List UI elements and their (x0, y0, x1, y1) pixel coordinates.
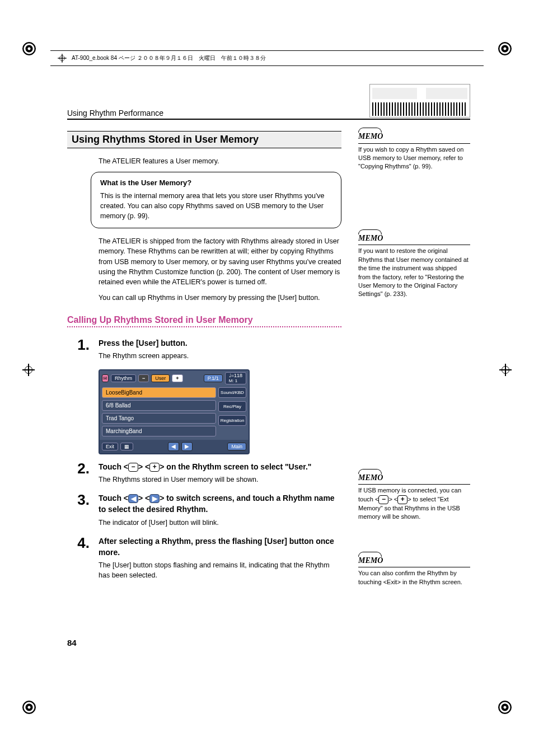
rec-play-button: Rec/Play (218, 401, 246, 412)
memo-text: If you wish to copy a Rhythm saved on US… (358, 146, 463, 170)
exit-button: Exit (102, 443, 118, 450)
registration-mark-icon (22, 42, 36, 55)
plus-icon: + (397, 495, 407, 504)
step-3: 3. Touch <◀> <▶> to switch screens, and … (67, 492, 341, 528)
rhythm-screen-figure: ✉ Rhythm − User + P.1/1 ♩=118 M: 1 Loose… (99, 369, 250, 454)
memo-label: MEMO (358, 131, 470, 144)
screen-title: Rhythm (111, 374, 136, 382)
registration-button: Registration (218, 415, 246, 426)
memo-usb: MEMO If USB memory is connected, you can… (358, 472, 470, 522)
step-body-text: The Rhythms stored in User memory will b… (99, 475, 341, 485)
list-item: 6/8 Ballad (102, 400, 216, 411)
subsection-title: Calling Up Rhythms Stored in User Memory (67, 315, 341, 325)
page-chip: P.1/1 (204, 374, 223, 382)
list-item: MarchingBand (102, 426, 216, 436)
memo-label: MEMO (358, 233, 470, 246)
sound-kbd-button: Sound/KBD (218, 387, 246, 398)
step-number: 3. (67, 492, 99, 528)
memo-text: If USB memory is connected, you can touc… (358, 487, 461, 520)
step-number: 1. (67, 337, 99, 361)
registration-mark-icon (498, 701, 512, 714)
right-arrow-icon: ▶ (149, 494, 160, 503)
step-head: Press the [User] button. (99, 337, 341, 349)
callup-paragraph: You can call up Rhythms in User memory b… (99, 293, 341, 303)
step-head: After selecting a Rhythm, press the flas… (99, 536, 341, 558)
memo-label: MEMO (358, 472, 470, 485)
memo-exit: MEMO You can also confirm the Rhythm by … (358, 555, 470, 586)
list-item: Trad Tango (102, 413, 216, 424)
intro-text: The ATELIER features a User memory. (99, 156, 341, 166)
measure-value: M: 1 (229, 378, 238, 383)
section-title: Using Rhythms Stored in User Memory (67, 131, 341, 148)
memo-text: You can also confirm the Rhythm by touch… (358, 570, 462, 585)
registration-mark-icon (498, 42, 512, 55)
left-arrow-icon: ◀ (128, 494, 138, 503)
dotted-rule (67, 326, 341, 327)
memo-label: MEMO (358, 555, 470, 568)
registration-mark-icon (22, 701, 36, 714)
minus-icon: − (378, 495, 388, 504)
minus-icon: − (138, 374, 149, 382)
registration-mark-icon (22, 364, 35, 376)
step-2: 2. Touch <−> <+> on the Rhythm screen to… (67, 461, 341, 485)
info-box-body: This is the internal memory area that le… (100, 191, 332, 221)
left-arrow-icon: ◀ (168, 442, 179, 451)
user-tab: User (151, 374, 170, 382)
print-header: AT-900_e.book 84 ページ ２００８年９月１６日 火曜日 午前１０… (50, 50, 484, 66)
memo-copy-rhythm: MEMO If you wish to copy a Rhythm saved … (358, 131, 470, 171)
memo-text: If you want to restore the original Rhyt… (358, 247, 469, 297)
keyboard-figure (369, 84, 470, 118)
plus-icon: + (149, 463, 160, 472)
print-header-text: AT-900_e.book 84 ページ ２００８年９月１６日 火曜日 午前１０… (72, 54, 266, 62)
registration-mark-icon (499, 364, 512, 376)
list-item: LooseBigBand (102, 387, 216, 398)
step-body-text: The indicator of [User] button will blin… (99, 518, 341, 528)
plus-icon: + (172, 374, 182, 382)
info-box: What is the User Memory? This is the int… (91, 172, 341, 228)
tempo-value: ♩=118 (229, 373, 242, 378)
factory-paragraph: The ATELIER is shipped from the factory … (99, 236, 341, 287)
step-4: 4. After selecting a Rhythm, press the f… (67, 536, 341, 581)
step-number: 4. (67, 536, 99, 581)
step-body-text: The Rhythm screen appears. (99, 351, 341, 361)
grid-icon: ▦ (120, 443, 133, 450)
info-box-title: What is the User Memory? (100, 178, 332, 189)
step-body-text: The [User] button stops flashing and rem… (99, 560, 341, 580)
step-number: 2. (67, 461, 99, 485)
right-arrow-icon: ▶ (181, 442, 193, 451)
step-head: Touch <◀> <▶> to switch screens, and tou… (99, 492, 341, 515)
minus-icon: − (128, 463, 138, 472)
memo-restore: MEMO If you want to restore the original… (358, 233, 470, 299)
main-button: Main (227, 443, 246, 450)
step-1: 1. Press the [User] button. The Rhythm s… (67, 337, 341, 361)
step-head: Touch <−> <+> on the Rhythm screen to se… (99, 461, 341, 472)
breadcrumb: Using Rhythm Performance (67, 109, 163, 118)
page-number: 84 (67, 638, 77, 647)
